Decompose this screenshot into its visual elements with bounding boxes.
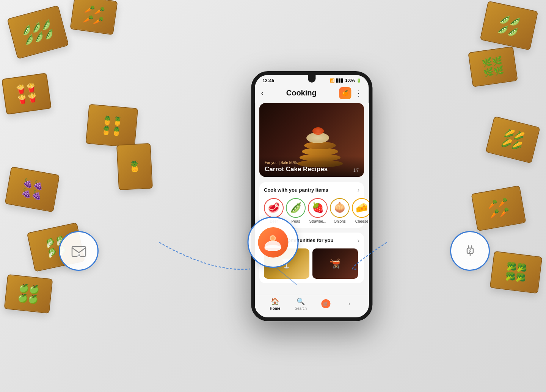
veg-box-5: 🍇🍇🍇🍇	[5, 166, 60, 212]
veg-box-9: 🌿🌿🌿🌿	[468, 46, 518, 87]
veg-box-4: 🍟🍟🍟🍟	[2, 73, 52, 115]
veg-box-11: 🥕🥕🥕🥕	[471, 185, 526, 231]
veg-box-7: 🍏🍏🍏🍏	[4, 274, 53, 314]
veg-box-8: 🫛🫛🫛🫛	[480, 1, 538, 50]
veg-box-13: 🍍	[116, 143, 153, 191]
floating-circle-right[interactable]	[450, 231, 490, 271]
veg-box-10: 🌽🌽🌽🌽	[485, 116, 540, 163]
background: 🫛🫛🫛🫛🫛🫛 🥕🥕🥕🥕 🍍🍍🍍🍍 🍟🍟🍟🍟 🍇🍇🍇🍇 🥬🥬🥬🥬 🍏🍏🍏🍏	[0, 0, 546, 392]
veg-box-12: 🥦🥦🥦🥦	[490, 251, 543, 294]
svg-point-1	[77, 253, 81, 257]
floating-circle-center[interactable]	[248, 217, 299, 268]
svg-point-6	[271, 236, 275, 240]
veg-box-2: 🥕🥕🥕🥕	[70, 0, 118, 35]
svg-point-2	[78, 254, 78, 255]
messages-icon	[71, 243, 87, 259]
veg-box-3: 🍍🍍🍍🍍	[86, 104, 138, 148]
background-boxes: 🫛🫛🫛🫛🫛🫛 🥕🥕🥕🥕 🍍🍍🍍🍍 🍟🍟🍟🍟 🍇🍇🍇🍇 🥬🥬🥬🥬 🍏🍏🍏🍏	[0, 0, 546, 392]
food-app-icon-svg	[261, 230, 286, 255]
svg-point-3	[79, 254, 80, 255]
samsung-food-icon	[258, 227, 288, 258]
floating-circle-left[interactable]	[59, 231, 99, 271]
svg-rect-7	[467, 248, 473, 253]
smartthings-icon	[462, 242, 479, 259]
veg-box-1: 🫛🫛🫛🫛🫛🫛	[7, 5, 69, 59]
